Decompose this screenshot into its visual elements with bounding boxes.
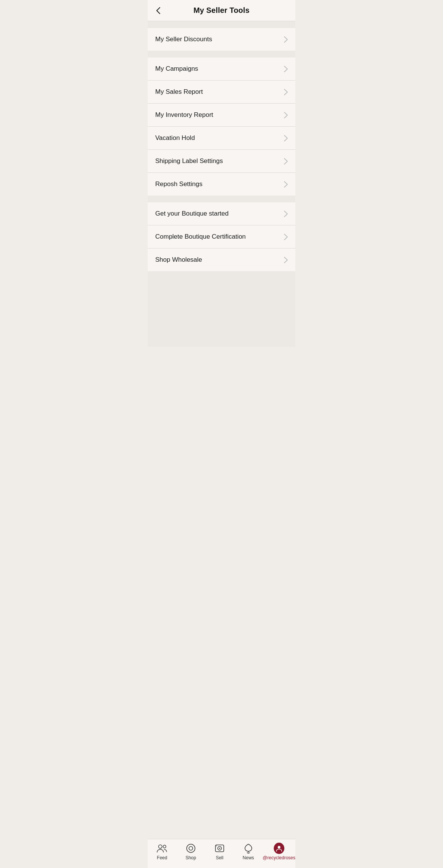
header: My Seller Tools <box>148 0 295 21</box>
section-divider-2 <box>148 196 295 202</box>
menu-item-get-boutique-started[interactable]: Get your Boutique started <box>148 202 295 225</box>
back-button[interactable] <box>154 6 163 15</box>
chevron-icon-my-sales-report <box>284 89 288 95</box>
menu-item-my-seller-discounts[interactable]: My Seller Discounts <box>148 28 295 51</box>
menu-item-shop-wholesale[interactable]: Shop Wholesale <box>148 248 295 271</box>
menu-item-reposh-settings[interactable]: Reposh Settings <box>148 173 295 196</box>
chevron-icon-my-inventory-report <box>284 112 288 118</box>
menu-item-vacation-hold[interactable]: Vacation Hold <box>148 127 295 150</box>
menu-label-my-seller-discounts: My Seller Discounts <box>155 36 212 43</box>
chevron-icon-my-seller-discounts <box>284 36 288 43</box>
page-wrapper: My Seller Tools My Seller Discounts My C… <box>148 0 295 377</box>
menu-item-my-sales-report[interactable]: My Sales Report <box>148 81 295 104</box>
menu-section-boutique: Get your Boutique started Complete Bouti… <box>148 202 295 271</box>
menu-item-complete-boutique-certification[interactable]: Complete Boutique Certification <box>148 225 295 248</box>
chevron-icon-shop-wholesale <box>284 257 288 263</box>
section-divider-top <box>148 21 295 28</box>
menu-label-my-sales-report: My Sales Report <box>155 88 203 96</box>
menu-label-my-campaigns: My Campaigns <box>155 65 198 73</box>
menu-label-get-boutique-started: Get your Boutique started <box>155 210 229 217</box>
chevron-icon-complete-boutique-certification <box>284 234 288 240</box>
chevron-icon-reposh-settings <box>284 181 288 188</box>
menu-item-shipping-label-settings[interactable]: Shipping Label Settings <box>148 150 295 173</box>
menu-label-complete-boutique-certification: Complete Boutique Certification <box>155 233 246 241</box>
menu-section-reports: My Campaigns My Sales Report My Inventor… <box>148 57 295 196</box>
menu-section-standalone: My Seller Discounts <box>148 28 295 51</box>
chevron-icon-get-boutique-started <box>284 211 288 217</box>
menu-label-reposh-settings: Reposh Settings <box>155 180 203 188</box>
chevron-icon-shipping-label-settings <box>284 158 288 165</box>
menu-label-shipping-label-settings: Shipping Label Settings <box>155 157 223 165</box>
empty-content-area <box>148 271 295 347</box>
chevron-icon-my-campaigns <box>284 66 288 72</box>
menu-label-shop-wholesale: Shop Wholesale <box>155 256 202 264</box>
page-title: My Seller Tools <box>193 6 250 15</box>
menu-item-my-inventory-report[interactable]: My Inventory Report <box>148 104 295 127</box>
chevron-icon-vacation-hold <box>284 135 288 141</box>
menu-label-vacation-hold: Vacation Hold <box>155 134 195 142</box>
menu-item-my-campaigns[interactable]: My Campaigns <box>148 57 295 81</box>
menu-label-my-inventory-report: My Inventory Report <box>155 111 213 119</box>
section-divider-1 <box>148 51 295 57</box>
